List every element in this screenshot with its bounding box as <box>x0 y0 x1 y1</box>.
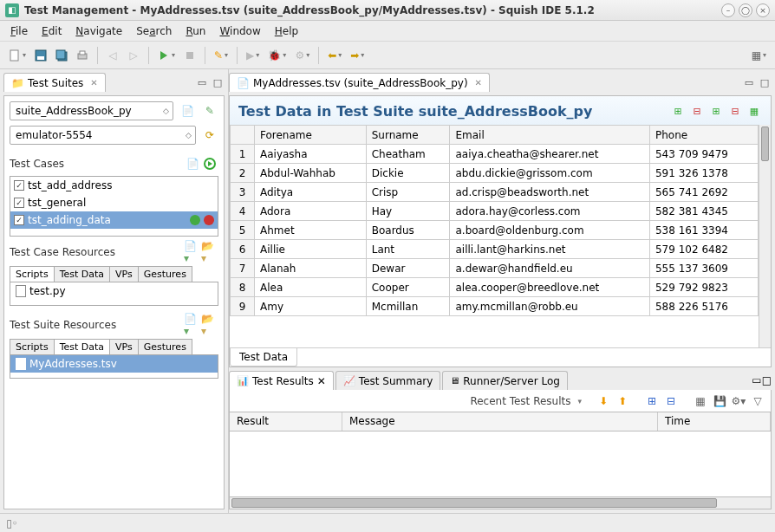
suite-combo[interactable]: suite_AddressBook_py <box>10 101 173 120</box>
perspective-button[interactable]: ▦▾ <box>748 46 770 65</box>
cell[interactable]: Crisp <box>366 183 450 202</box>
print-button[interactable] <box>73 46 92 65</box>
close-button[interactable]: × <box>756 3 770 17</box>
suites-tab[interactable]: 📁 Test Suites ✕ <box>3 73 106 92</box>
cell[interactable]: 565 741 2692 <box>649 183 758 202</box>
cell[interactable]: Ahmet <box>255 221 367 240</box>
mini-tab[interactable]: Test Data <box>54 339 110 354</box>
save-all-button[interactable] <box>52 46 71 65</box>
column-header[interactable]: Surname <box>366 126 450 145</box>
run-all-button[interactable] <box>201 155 218 172</box>
tab-runner-log[interactable]: 🖥 Runner/Server Log <box>442 371 568 390</box>
save-button[interactable] <box>31 46 50 65</box>
col-result[interactable]: Result <box>230 412 342 431</box>
back-button[interactable]: ⬅▾ <box>324 46 345 65</box>
minimize-view-button[interactable]: ▭ <box>752 374 761 386</box>
cell[interactable]: Cheatham <box>366 145 450 164</box>
maximize-view-button[interactable]: □ <box>211 75 225 89</box>
table-row[interactable]: 3AdityaCrispad.crisp@beadsworth.net565 7… <box>231 183 759 202</box>
tab-test-results[interactable]: 📊 Test Results ✕ <box>229 371 334 390</box>
cell[interactable]: Dickie <box>366 164 450 183</box>
minimize-view-button[interactable]: ▭ <box>195 75 209 89</box>
table-row[interactable]: 8AleaCooperalea.cooper@breedlove.net529 … <box>231 278 759 297</box>
cell[interactable]: Boardus <box>366 221 450 240</box>
open-case-folder-button[interactable]: 📂▾ <box>201 243 218 261</box>
row-number[interactable]: 2 <box>231 164 255 183</box>
record-case-button[interactable] <box>204 215 214 225</box>
data-grid[interactable]: ForenameSurnameEmailPhone1AaiyashaCheath… <box>230 125 759 316</box>
table-row[interactable]: 9AmyMcmillanamy.mcmillan@robb.eu588 226 … <box>231 297 759 316</box>
undo-button[interactable]: ◁ <box>103 46 122 65</box>
close-icon[interactable]: ✕ <box>90 78 97 88</box>
run-button[interactable]: ▶▾ <box>243 46 263 65</box>
results-body[interactable] <box>229 431 772 497</box>
cell[interactable]: Dewar <box>366 259 450 278</box>
test-case-row[interactable]: ✓tst_general <box>10 194 218 211</box>
mini-tab[interactable]: Scripts <box>10 339 55 354</box>
external-tools-button[interactable]: ⚙▾ <box>291 46 313 65</box>
maximize-view-button[interactable]: □ <box>758 75 772 89</box>
row-number[interactable]: 4 <box>231 202 255 221</box>
cell[interactable]: 582 381 4345 <box>649 202 758 221</box>
table-row[interactable]: 4AdoraHayadora.hay@corless.com582 381 43… <box>231 202 759 221</box>
cell[interactable]: Adora <box>255 202 367 221</box>
new-button[interactable]: ▾ <box>5 46 29 65</box>
mini-tab[interactable]: VPs <box>109 266 139 282</box>
cell[interactable]: Amy <box>255 297 367 316</box>
redo-button[interactable]: ▷ <box>124 46 143 65</box>
row-number[interactable]: 3 <box>231 183 255 202</box>
cell[interactable]: Lant <box>366 240 450 259</box>
row-number[interactable]: 7 <box>231 259 255 278</box>
stop-button[interactable] <box>180 46 199 65</box>
cell[interactable]: ailli.lant@harkins.net <box>450 240 649 259</box>
test-case-row[interactable]: ✓tst_add_address <box>10 177 218 194</box>
cell[interactable]: a.dewar@handfield.eu <box>450 259 649 278</box>
horizontal-scrollbar[interactable] <box>229 497 772 509</box>
minimize-button[interactable]: – <box>721 3 735 17</box>
cell[interactable]: Hay <box>366 202 450 221</box>
suite-resource-filebox[interactable]: MyAddresses.tsv <box>10 354 218 379</box>
vertical-scrollbar[interactable] <box>759 125 771 347</box>
scrollbar-thumb[interactable] <box>231 498 717 508</box>
checkbox[interactable]: ✓ <box>14 198 24 208</box>
cell[interactable]: a.board@oldenburg.com <box>450 221 649 240</box>
row-number[interactable]: 9 <box>231 297 255 316</box>
debug-button[interactable]: 🐞▾ <box>264 46 290 65</box>
cell[interactable]: 588 226 5176 <box>649 297 758 316</box>
next-result-button[interactable]: ⬇ <box>596 393 611 409</box>
row-number[interactable]: 6 <box>231 240 255 259</box>
table-row[interactable]: 1AaiyashaCheathamaaiya.cheatha@shearer.n… <box>231 145 759 164</box>
prev-result-button[interactable]: ⬆ <box>615 393 630 409</box>
checkbox[interactable]: ✓ <box>14 180 24 191</box>
checkbox[interactable]: ✓ <box>14 215 24 225</box>
new-case-button[interactable]: 📄 <box>184 155 201 172</box>
cell[interactable]: Abdul-Wahhab <box>255 164 367 183</box>
cell[interactable]: alea.cooper@breedlove.net <box>450 278 649 297</box>
close-icon[interactable]: ✕ <box>475 78 482 88</box>
cell[interactable]: Alanah <box>255 259 367 278</box>
col-time[interactable]: Time <box>658 412 771 431</box>
cell[interactable]: Alea <box>255 278 367 297</box>
close-icon[interactable]: ✕ <box>317 375 326 387</box>
cell[interactable]: Aillie <box>255 240 367 259</box>
mini-tab[interactable]: Gestures <box>138 339 192 354</box>
menu-help[interactable]: Help <box>268 23 305 39</box>
column-header[interactable]: Phone <box>649 126 758 145</box>
row-number[interactable]: 5 <box>231 221 255 240</box>
menu-search[interactable]: Search <box>129 23 179 39</box>
view-menu-button[interactable]: ▽ <box>750 393 765 409</box>
tab-test-summary[interactable]: 📈 Test Summary <box>335 371 440 390</box>
row-number[interactable]: 8 <box>231 278 255 297</box>
cell[interactable]: Cooper <box>366 278 450 297</box>
launch-aut-button[interactable]: ▾ <box>154 46 179 65</box>
cell[interactable]: aaiya.cheatha@shearer.net <box>450 145 649 164</box>
run-case-button[interactable] <box>190 215 200 225</box>
device-combo[interactable]: emulator-5554 <box>10 126 196 145</box>
cell[interactable]: adora.hay@corless.com <box>450 202 649 221</box>
cell[interactable]: abdu.dickie@grissom.com <box>450 164 649 183</box>
file-row-myaddresses[interactable]: MyAddresses.tsv <box>10 355 218 373</box>
minimize-view-button[interactable]: ▭ <box>742 75 756 89</box>
recent-results-label[interactable]: Recent Test Results <box>470 395 570 407</box>
open-suite-button[interactable]: ✎ <box>201 102 218 120</box>
cell[interactable]: ad.crisp@beadsworth.net <box>450 183 649 202</box>
